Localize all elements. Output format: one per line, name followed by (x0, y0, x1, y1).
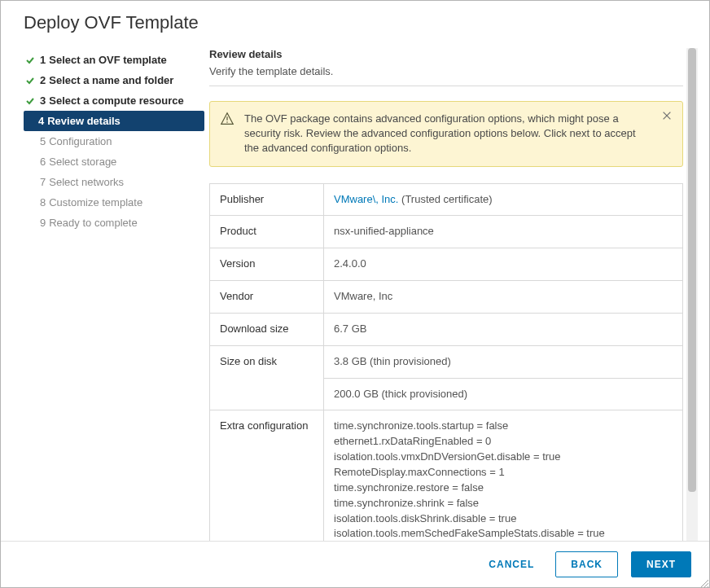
publisher-suffix: (Trusted certificate) (398, 193, 492, 205)
step-label: Review details (47, 115, 121, 127)
step-label: Configuration (49, 135, 112, 147)
dialog-footer: CANCEL BACK NEXT (1, 541, 709, 587)
dialog-body: 1 Select an OVF template 2 Select a name… (1, 42, 709, 541)
check-icon (24, 55, 37, 65)
step-1[interactable]: 1 Select an OVF template (24, 50, 204, 70)
vertical-scrollbar[interactable] (686, 48, 698, 541)
step-label: Select a name and folder (49, 74, 173, 86)
step-label: Select an OVF template (49, 54, 167, 66)
step-6: 6 Select storage (24, 151, 204, 172)
step-label: Ready to complete (49, 217, 137, 229)
row-product: Product nsx-unified-appliance (210, 216, 683, 248)
row-download: Download size 6.7 GB (210, 313, 683, 345)
step-7: 7 Select networks (24, 172, 204, 192)
row-extra-config: Extra configuration time.synchronize.too… (210, 410, 683, 541)
svg-point-1 (226, 121, 228, 123)
cancel-button[interactable]: CANCEL (480, 552, 542, 577)
row-size-thick: 200.0 GB (thick provisioned) (210, 378, 683, 410)
row-publisher: Publisher VMware\, Inc. (Trusted certifi… (210, 183, 683, 216)
step-label: Select a compute resource (49, 94, 183, 107)
step-2[interactable]: 2 Select a name and folder (24, 70, 204, 90)
step-9: 9 Ready to complete (24, 213, 204, 233)
section-subtitle: Verify the template details. (209, 65, 683, 86)
dialog-title: Deploy OVF Template (1, 1, 709, 42)
step-8: 8 Customize template (24, 192, 204, 213)
alert-text: The OVF package contains advanced config… (244, 112, 636, 154)
section-title: Review details (209, 48, 683, 60)
next-button[interactable]: NEXT (631, 551, 691, 577)
row-version: Version 2.4.0.0 (210, 248, 683, 281)
wizard-sidebar: 1 Select an OVF template 2 Select a name… (24, 42, 204, 541)
step-5: 5 Configuration (24, 131, 204, 151)
step-4[interactable]: 4 Review details (24, 111, 204, 131)
back-button[interactable]: BACK (555, 551, 618, 577)
details-table: Publisher VMware\, Inc. (Trusted certifi… (209, 183, 683, 541)
step-label: Customize template (49, 196, 142, 208)
deploy-ovf-dialog: Deploy OVF Template 1 Select an OVF temp… (1, 1, 709, 587)
row-size-thin: Size on disk 3.8 GB (thin provisioned) (210, 345, 683, 378)
warning-icon (220, 112, 234, 126)
warning-alert: The OVF package contains advanced config… (209, 101, 683, 167)
extra-config-value: time.synchronize.tools.startup = false e… (324, 410, 683, 541)
step-label: Select networks (49, 176, 124, 188)
resize-handle-icon[interactable] (699, 577, 708, 586)
wizard-content: Review details Verify the template detai… (204, 42, 703, 541)
check-icon (24, 96, 37, 106)
step-label: Select storage (49, 156, 116, 168)
publisher-link[interactable]: VMware\, Inc. (334, 193, 398, 205)
step-3[interactable]: 3 Select a compute resource (24, 90, 204, 111)
scrollbar-thumb[interactable] (688, 48, 696, 492)
close-icon[interactable] (661, 110, 674, 123)
check-icon (24, 76, 37, 86)
row-vendor: Vendor VMware, Inc (210, 281, 683, 314)
